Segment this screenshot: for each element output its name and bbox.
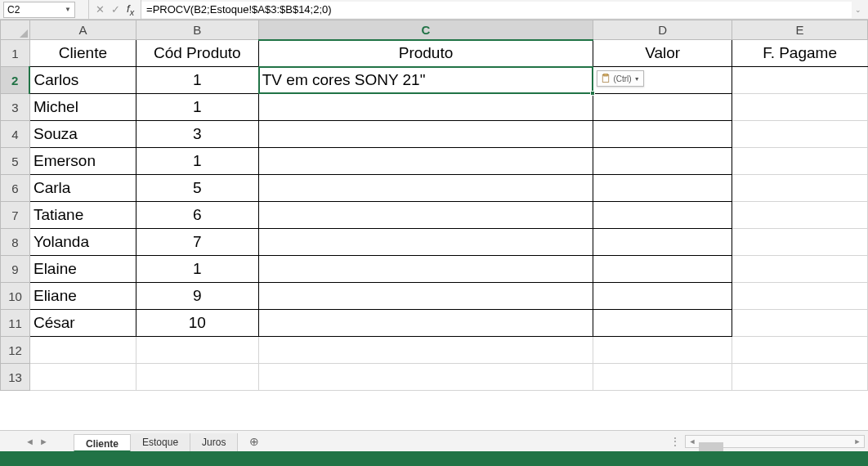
cell-C2[interactable]: TV em cores SONY 21" (258, 67, 593, 94)
row-header-9[interactable]: 9 (1, 256, 30, 283)
cell-E9[interactable] (732, 256, 868, 283)
cell-D11[interactable] (593, 310, 732, 337)
cell-D9[interactable] (593, 256, 732, 283)
cell-C13[interactable] (258, 364, 593, 391)
cell-D6[interactable] (593, 175, 732, 202)
tab-nav-next-icon[interactable]: ► (39, 437, 48, 446)
hscroll-right-icon[interactable]: ► (851, 437, 864, 446)
cell-B1[interactable]: Cód Produto (136, 40, 258, 67)
paste-options-button[interactable]: (Ctrl) ▼ (597, 70, 644, 87)
row-header-2[interactable]: 2 (1, 67, 30, 94)
col-header-A[interactable]: A (29, 20, 136, 40)
row-header-13[interactable]: 13 (1, 364, 30, 391)
cell-E1[interactable]: F. Pagame (732, 40, 868, 67)
cell-E4[interactable] (732, 121, 868, 148)
row-header-8[interactable]: 8 (1, 229, 30, 256)
cell-E3[interactable] (732, 94, 868, 121)
cell-D10[interactable] (593, 283, 732, 310)
fill-handle[interactable] (590, 91, 595, 96)
cell-D5[interactable] (593, 148, 732, 175)
row-header-6[interactable]: 6 (1, 175, 30, 202)
cell-D4[interactable] (593, 121, 732, 148)
cell-A13[interactable] (29, 364, 136, 391)
row-header-5[interactable]: 5 (1, 148, 30, 175)
row-header-3[interactable]: 3 (1, 94, 30, 121)
cell-A12[interactable] (29, 337, 136, 364)
col-header-E[interactable]: E (732, 20, 868, 40)
name-box[interactable]: C2 ▼ (3, 2, 75, 18)
cell-B11[interactable]: 10 (136, 310, 258, 337)
cell-A10[interactable]: Eliane (29, 283, 136, 310)
cell-D1[interactable]: Valor (593, 40, 732, 67)
sheet-tab-cliente[interactable]: Cliente (74, 434, 131, 452)
cell-E8[interactable] (732, 229, 868, 256)
cell-A2[interactable]: Carlos (29, 67, 136, 94)
cell-A8[interactable]: Yolanda (29, 229, 136, 256)
cell-B13[interactable] (136, 364, 258, 391)
cell-B10[interactable]: 9 (136, 283, 258, 310)
cell-E5[interactable] (732, 148, 868, 175)
hscroll-thumb[interactable] (699, 442, 723, 452)
new-sheet-button[interactable]: ⊕ (238, 432, 271, 450)
row-header-10[interactable]: 10 (1, 283, 30, 310)
cell-B9[interactable]: 1 (136, 256, 258, 283)
cell-D8[interactable] (593, 229, 732, 256)
cell-C4[interactable] (258, 121, 593, 148)
cell-A11[interactable]: César (29, 310, 136, 337)
cell-C6[interactable] (258, 175, 593, 202)
select-all-corner[interactable] (1, 20, 30, 40)
row-header-7[interactable]: 7 (1, 202, 30, 229)
cell-B4[interactable]: 3 (136, 121, 258, 148)
cell-B6[interactable]: 5 (136, 175, 258, 202)
cell-E12[interactable] (732, 337, 868, 364)
cell-A1[interactable]: Cliente (29, 40, 136, 67)
cell-B7[interactable]: 6 (136, 202, 258, 229)
cell-A7[interactable]: Tatiane (29, 202, 136, 229)
cell-C10[interactable] (258, 283, 593, 310)
cell-E11[interactable] (732, 310, 868, 337)
cell-E13[interactable] (732, 364, 868, 391)
cell-E7[interactable] (732, 202, 868, 229)
cell-A6[interactable]: Carla (29, 175, 136, 202)
insert-function-icon[interactable]: fx (127, 2, 134, 17)
row-header-11[interactable]: 11 (1, 310, 30, 337)
cell-C7[interactable] (258, 202, 593, 229)
horizontal-scrollbar[interactable]: ◄ ► (685, 435, 865, 448)
col-header-C[interactable]: C (258, 20, 593, 40)
cell-B3[interactable]: 1 (136, 94, 258, 121)
spreadsheet-grid[interactable]: A B C D E 1 Cliente Cód Produto Produto … (0, 20, 868, 430)
accept-formula-icon[interactable]: ✓ (111, 3, 120, 16)
sheet-tab-juros[interactable]: Juros (190, 433, 238, 451)
cell-D13[interactable] (593, 364, 732, 391)
name-box-dropdown-icon[interactable]: ▼ (65, 6, 71, 13)
cell-C9[interactable] (258, 256, 593, 283)
cell-B2[interactable]: 1 (136, 67, 258, 94)
cell-B8[interactable]: 7 (136, 229, 258, 256)
col-header-D[interactable]: D (593, 20, 732, 40)
cell-E10[interactable] (732, 283, 868, 310)
expand-formula-bar-icon[interactable]: ⌄ (852, 6, 865, 14)
cell-D12[interactable] (593, 337, 732, 364)
cell-B5[interactable]: 1 (136, 148, 258, 175)
cell-C11[interactable] (258, 310, 593, 337)
cell-A9[interactable]: Elaine (29, 256, 136, 283)
sheet-tab-estoque[interactable]: Estoque (131, 433, 190, 451)
cell-C12[interactable] (258, 337, 593, 364)
tab-nav-prev-icon[interactable]: ◄ (25, 437, 34, 446)
cancel-formula-icon[interactable]: ✕ (96, 3, 105, 16)
cell-D3[interactable] (593, 94, 732, 121)
cell-E6[interactable] (732, 175, 868, 202)
cell-E2[interactable] (732, 67, 868, 94)
row-header-12[interactable]: 12 (1, 337, 30, 364)
cell-C5[interactable] (258, 148, 593, 175)
cell-A4[interactable]: Souza (29, 121, 136, 148)
row-header-1[interactable]: 1 (1, 40, 30, 67)
col-header-B[interactable]: B (136, 20, 258, 40)
row-header-4[interactable]: 4 (1, 121, 30, 148)
formula-input[interactable] (141, 2, 852, 18)
cell-B12[interactable] (136, 337, 258, 364)
hscroll-left-icon[interactable]: ◄ (686, 437, 699, 446)
cell-C3[interactable] (258, 94, 593, 121)
cell-D7[interactable] (593, 202, 732, 229)
tab-split-handle[interactable]: ⋮ (665, 436, 685, 447)
